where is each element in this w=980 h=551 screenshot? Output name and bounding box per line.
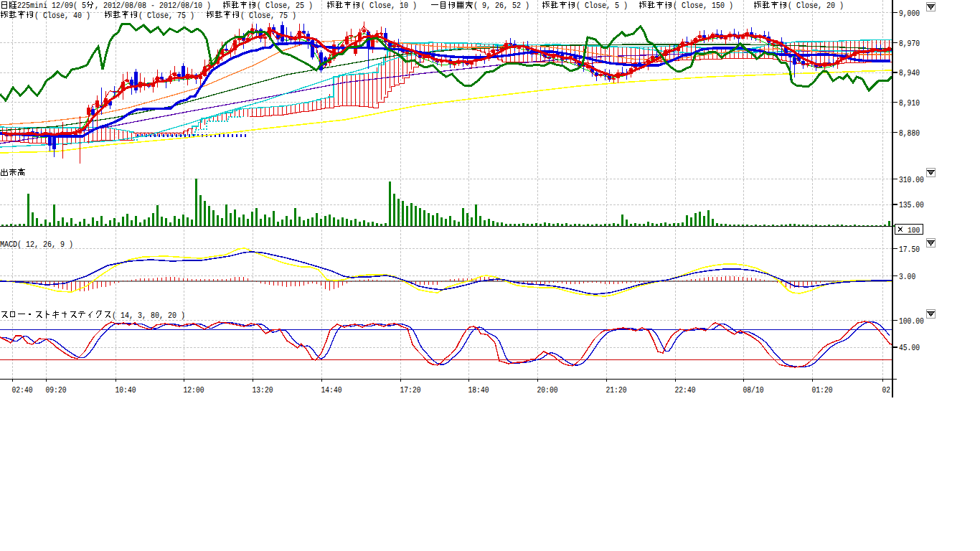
svg-text:45.00: 45.00 (899, 343, 920, 353)
svg-text:8,970: 8,970 (899, 39, 920, 49)
svg-text:9,000: 9,000 (899, 9, 920, 19)
svg-text:310.00: 310.00 (899, 175, 924, 185)
svg-text:09:20: 09:20 (46, 385, 67, 395)
svg-text:08/10: 08/10 (743, 385, 764, 395)
svg-text:8,880: 8,880 (899, 128, 920, 138)
svg-text:18:40: 18:40 (468, 385, 489, 395)
svg-text:100.00: 100.00 (899, 316, 924, 326)
svg-text:( 14, 3, 80, 20 ): ( 14, 3, 80, 20 ) (112, 311, 185, 321)
svg-text:( Close, 10 ): ( Close, 10 ) (361, 1, 417, 11)
svg-text:MACD( 12, 26, 9 ): MACD( 12, 26, 9 ) (0, 240, 73, 250)
svg-text:8,940: 8,940 (899, 68, 920, 78)
svg-text:( Close, 5 ): ( Close, 5 ) (576, 1, 628, 11)
svg-text:100: 100 (908, 227, 920, 235)
svg-text:( Close, 75 ): ( Close, 75 ) (240, 11, 296, 21)
svg-text:( 9, 26, 52 ): ( 9, 26, 52 ) (473, 1, 529, 11)
svg-text:8,910: 8,910 (899, 98, 920, 108)
svg-text:( Close, 150 ): ( Close, 150 ) (673, 1, 733, 11)
svg-text:02:40: 02:40 (12, 385, 33, 395)
svg-text:225mini 12/09( 5: 225mini 12/09( 5 (17, 1, 86, 11)
svg-text:22:40: 22:40 (675, 385, 696, 395)
svg-text:17.50: 17.50 (899, 245, 920, 255)
svg-text:, 2012/08/08 - 2012/08/10 ): , 2012/08/08 - 2012/08/10 ) (95, 1, 211, 11)
svg-text:12:00: 12:00 (184, 385, 204, 395)
svg-text:21:20: 21:20 (606, 385, 627, 395)
svg-text:13:20: 13:20 (253, 385, 273, 395)
svg-text:14:40: 14:40 (321, 385, 342, 395)
svg-text:20:00: 20:00 (537, 385, 558, 395)
svg-text:( Close, 40 ): ( Close, 40 ) (34, 11, 90, 21)
svg-text:10:40: 10:40 (116, 385, 136, 395)
svg-text:01:20: 01:20 (812, 385, 833, 395)
svg-text:135.00: 135.00 (899, 200, 924, 210)
svg-text:3.00: 3.00 (899, 272, 915, 282)
svg-text:( Close, 75 ): ( Close, 75 ) (138, 11, 194, 21)
svg-text:( Close, 25 ): ( Close, 25 ) (257, 1, 313, 11)
svg-text:02:: 02: (882, 385, 895, 395)
svg-text:17:20: 17:20 (400, 385, 421, 395)
svg-text:( Close, 20 ): ( Close, 20 ) (788, 1, 844, 11)
